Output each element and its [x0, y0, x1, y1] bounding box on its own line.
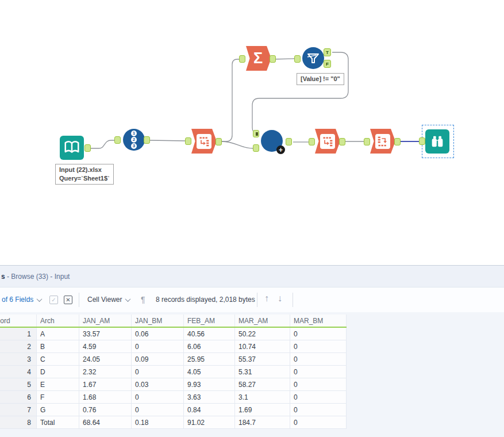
column-header-feb_am[interactable]: FEB_AM — [184, 315, 235, 327]
transpose-input-anchor[interactable] — [185, 137, 191, 145]
table-cell[interactable]: 0 — [290, 353, 347, 366]
tool-filter[interactable] — [302, 47, 324, 69]
table-cell[interactable]: 0 — [290, 416, 347, 429]
table-cell[interactable]: 1.69 — [235, 404, 290, 416]
column-header-jan_bm[interactable]: JAN_BM — [132, 315, 184, 327]
table-cell[interactable]: 0.18 — [132, 416, 184, 429]
table-cell[interactable]: 0.84 — [184, 404, 235, 416]
whitespace-toggle-icon[interactable]: ¶ — [141, 295, 145, 304]
scroll-down-button[interactable]: ↓ — [278, 293, 282, 304]
table-cell[interactable]: 0 — [132, 404, 184, 416]
table-cell[interactable]: 91.02 — [184, 416, 235, 429]
row-number-cell[interactable]: 5 — [0, 378, 37, 391]
table-cell[interactable]: 4.59 — [79, 340, 132, 353]
row-number-cell[interactable]: 8 — [0, 416, 37, 429]
table-cell[interactable]: 0 — [290, 378, 347, 391]
tool-browse[interactable] — [425, 129, 449, 154]
table-cell[interactable]: 0.09 — [132, 353, 184, 366]
table-cell[interactable]: 3.1 — [235, 391, 290, 404]
table-cell[interactable]: G — [37, 404, 79, 416]
table-cell[interactable]: 1.67 — [79, 378, 132, 391]
append-source-input-anchor[interactable] — [253, 144, 259, 152]
table-cell[interactable]: 55.37 — [235, 353, 290, 366]
table-cell[interactable]: 0 — [132, 366, 184, 378]
table-cell[interactable]: A — [37, 327, 79, 340]
results-table[interactable]: RecordArchJAN_AMJAN_BMFEB_AMMAR_AMMAR_BM… — [0, 315, 347, 429]
browse-input-anchor[interactable] — [419, 137, 425, 145]
scroll-up-button[interactable]: ↑ — [264, 293, 269, 304]
transpose2-input-anchor[interactable] — [309, 138, 315, 145]
table-cell[interactable]: 24.05 — [79, 353, 132, 366]
table-cell[interactable]: 10.74 — [235, 340, 290, 353]
table-cell[interactable]: 4.05 — [184, 366, 235, 378]
connection-transpose-append[interactable] — [222, 141, 253, 148]
table-cell[interactable]: F — [37, 391, 79, 404]
table-cell[interactable]: 0 — [290, 366, 347, 378]
table-cell[interactable]: 5.31 — [235, 366, 290, 378]
column-header-mar_am[interactable]: MAR_AM — [235, 315, 290, 327]
column-header-arch[interactable]: Arch — [37, 315, 79, 327]
tool-summarize[interactable]: Σ — [246, 46, 271, 71]
table-cell[interactable]: 0.76 — [79, 404, 132, 416]
table-cell[interactable]: 33.57 — [79, 327, 132, 340]
input-output-anchor[interactable] — [84, 144, 91, 152]
deselect-cells-icon[interactable]: ✕ — [64, 296, 72, 304]
crosstab-input-anchor[interactable] — [364, 138, 370, 145]
table-cell[interactable]: B — [37, 340, 79, 353]
table-cell[interactable]: 0 — [290, 391, 347, 404]
table-cell[interactable]: 184.7 — [235, 416, 290, 429]
tool-input-data[interactable] — [60, 136, 84, 160]
table-cell[interactable]: 0 — [132, 391, 184, 404]
transpose2-output-anchor[interactable] — [339, 138, 345, 145]
table-cell[interactable]: 0 — [290, 340, 347, 353]
table-cell[interactable]: 0 — [132, 340, 184, 353]
tool-transpose[interactable] — [191, 129, 217, 154]
filter-input-anchor[interactable] — [294, 55, 301, 63]
row-number-cell[interactable]: 7 — [0, 404, 37, 416]
connection-input-recordid[interactable] — [90, 140, 115, 148]
table-cell[interactable]: 25.95 — [184, 353, 235, 366]
column-header-mar_bm[interactable]: MAR_BM — [290, 315, 347, 327]
summarize-output-anchor[interactable] — [270, 55, 276, 63]
table-cell[interactable]: C — [37, 353, 79, 366]
tool-append-fields[interactable]: + — [261, 130, 283, 152]
table-cell[interactable]: E — [37, 378, 79, 391]
table-cell[interactable]: 0 — [290, 404, 347, 416]
table-cell[interactable]: 0.03 — [132, 378, 184, 391]
column-header-record[interactable]: Record — [0, 315, 37, 327]
table-cell[interactable]: 58.27 — [235, 378, 290, 391]
transpose-output-anchor[interactable] — [216, 138, 222, 145]
column-header-jan_am[interactable]: JAN_AM — [79, 315, 132, 327]
table-cell[interactable]: 0 — [290, 327, 347, 340]
table-cell[interactable]: 9.93 — [184, 378, 235, 391]
table-cell[interactable]: 3.63 — [184, 391, 235, 404]
workflow-canvas[interactable]: Input (22).xlsx Query=`Sheet1$` 1 2 3 Σ — [0, 0, 504, 265]
table-cell[interactable]: 50.22 — [235, 327, 290, 340]
row-number-cell[interactable]: 3 — [0, 353, 37, 366]
append-target-input-anchor[interactable] — [253, 130, 259, 137]
table-cell[interactable]: 0.06 — [132, 327, 184, 340]
tool-record-id[interactable]: 1 2 3 — [123, 129, 145, 151]
append-output-anchor[interactable] — [286, 138, 292, 145]
crosstab-output-anchor[interactable] — [394, 138, 401, 145]
filter-annotation[interactable]: [Value] != "0" — [297, 73, 344, 85]
row-number-cell[interactable]: 6 — [0, 391, 37, 404]
table-cell[interactable]: 6.06 — [184, 340, 235, 353]
cell-viewer-dropdown[interactable]: Cell Viewer — [87, 296, 130, 304]
recordid-input-anchor[interactable] — [114, 136, 121, 144]
fields-dropdown[interactable]: 6 of 6 Fields — [0, 296, 41, 304]
table-cell[interactable]: Total — [37, 416, 79, 429]
select-all-checkbox-icon[interactable]: ✓ — [49, 296, 58, 304]
table-cell[interactable]: 40.56 — [184, 327, 235, 340]
filter-false-output-anchor[interactable]: F — [324, 60, 331, 68]
filter-true-output-anchor[interactable]: T — [324, 48, 331, 56]
row-number-cell[interactable]: 4 — [0, 366, 37, 378]
connection-transpose-summarize[interactable] — [222, 59, 240, 141]
results-tab-bar[interactable]: s - Browse (33) - Input — [0, 265, 504, 288]
recordid-output-anchor[interactable] — [144, 136, 150, 144]
connection-recordid-transpose[interactable] — [149, 140, 186, 141]
input-annotation[interactable]: Input (22).xlsx Query=`Sheet1$` — [55, 164, 114, 185]
summarize-input-anchor[interactable] — [239, 55, 245, 63]
table-cell[interactable]: 1.68 — [79, 391, 132, 404]
table-cell[interactable]: 68.64 — [79, 416, 132, 429]
